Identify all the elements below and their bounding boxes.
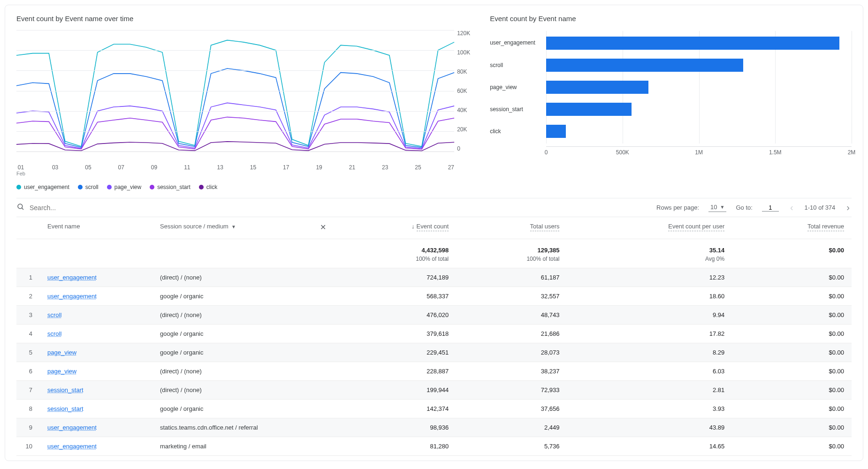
bar-row[interactable]: page_view [490, 78, 852, 97]
bar-row[interactable]: session_start [490, 100, 852, 119]
table-row[interactable]: 7session_start(direct) / (none)199,94472… [16, 381, 852, 400]
table-totals-row: 4,432,598 129,385 35.14 $0.00 [16, 239, 852, 256]
source-cell: google / organic [152, 287, 335, 306]
peruser-cell: 3.93 [567, 400, 732, 418]
revenue-cell: $0.00 [732, 381, 852, 400]
source-cell: (direct) / (none) [152, 362, 335, 381]
row-index: 6 [16, 362, 40, 381]
count-cell: 98,936 [335, 418, 456, 437]
line-chart-card: Event count by Event name over time 120K… [16, 15, 477, 190]
goto-input[interactable] [762, 204, 779, 212]
prev-page-button[interactable]: ‹ [788, 202, 795, 213]
search-input[interactable] [30, 204, 656, 212]
row-index: 9 [16, 418, 40, 437]
revenue-cell: $0.00 [732, 306, 852, 325]
event-link[interactable]: page_view [47, 349, 76, 356]
legend-item[interactable]: session_start [150, 184, 190, 190]
source-cell: google / organic [152, 343, 335, 362]
row-index: 3 [16, 306, 40, 325]
search-icon [16, 203, 25, 212]
users-cell: 28,073 [456, 343, 567, 362]
col-event-name[interactable]: Event name [40, 217, 152, 239]
table-row[interactable]: 8session_startgoogle / organic142,37437,… [16, 400, 852, 418]
bar-chart[interactable]: user_engagementscrollpage_viewsession_st… [490, 30, 852, 143]
row-index: 7 [16, 381, 40, 400]
goto-label: Go to: [736, 204, 752, 211]
chevron-down-icon: ▼ [720, 204, 725, 210]
legend-item[interactable]: click [199, 184, 217, 190]
table-totals-sub-row: 100% of total 100% of total Avg 0% [16, 256, 852, 268]
peruser-cell: 18.60 [567, 287, 732, 306]
count-cell: 724,189 [335, 268, 456, 287]
table-row[interactable]: 2user_engagementgoogle / organic568,3373… [16, 287, 852, 306]
table-row[interactable]: 1user_engagement(direct) / (none)724,189… [16, 268, 852, 287]
event-link[interactable]: session_start [47, 405, 84, 412]
table-row[interactable]: 5page_viewgoogle / organic229,45128,0738… [16, 343, 852, 362]
revenue-cell: $0.00 [732, 343, 852, 362]
peruser-cell: 8.29 [567, 343, 732, 362]
table-row[interactable]: 10user_engagementmarketing / email81,280… [16, 437, 852, 456]
row-index: 8 [16, 400, 40, 418]
source-cell: (direct) / (none) [152, 268, 335, 287]
chevron-down-icon: ▼ [231, 224, 236, 229]
count-cell: 142,374 [335, 400, 456, 418]
revenue-cell: $0.00 [732, 362, 852, 381]
pagination-summary: 1-10 of 374 [805, 204, 836, 211]
bar-row[interactable]: scroll [490, 56, 852, 75]
svg-point-0 [18, 204, 23, 209]
count-cell: 379,618 [335, 325, 456, 343]
line-chart-xaxis: 01Feb03050709111315171921232527 [16, 164, 454, 176]
source-cell: statics.teams.cdn.office.net / referral [152, 418, 335, 437]
peruser-cell: 12.23 [567, 268, 732, 287]
event-link[interactable]: page_view [47, 368, 76, 375]
event-link[interactable]: scroll [47, 311, 61, 318]
peruser-cell: 14.65 [567, 437, 732, 456]
table-row[interactable]: 4scrollgoogle / organic379,61821,68617.8… [16, 325, 852, 343]
line-chart-legend: user_engagementscrollpage_viewsession_st… [16, 184, 477, 190]
rows-per-page-select[interactable]: 10 ▼ [708, 204, 726, 212]
line-chart-yaxis: 120K100K80K60K40K20K0 [454, 30, 477, 152]
col-total-revenue[interactable]: Total revenue [732, 217, 852, 239]
col-total-users[interactable]: Total users [456, 217, 567, 239]
legend-item[interactable]: scroll [78, 184, 99, 190]
event-link[interactable]: user_engagement [47, 293, 97, 300]
source-cell: marketing / email [152, 437, 335, 456]
table-row[interactable]: 6page_view(direct) / (none)228,88738,237… [16, 362, 852, 381]
count-cell: 476,020 [335, 306, 456, 325]
line-chart-title: Event count by Event name over time [16, 15, 477, 23]
revenue-cell: $0.00 [732, 325, 852, 343]
event-link[interactable]: scroll [47, 330, 61, 337]
peruser-cell: 2.81 [567, 381, 732, 400]
col-event-count-per-user[interactable]: Event count per user [567, 217, 732, 239]
event-link[interactable]: user_engagement [47, 424, 97, 431]
next-page-button[interactable]: › [845, 202, 852, 213]
count-cell: 228,887 [335, 362, 456, 381]
table-row[interactable]: 3scroll(direct) / (none)476,02048,7439.9… [16, 306, 852, 325]
revenue-cell: $0.00 [732, 437, 852, 456]
users-cell: 38,237 [456, 362, 567, 381]
event-link[interactable]: user_engagement [47, 443, 97, 450]
count-cell: 199,944 [335, 381, 456, 400]
svg-line-1 [22, 208, 23, 210]
users-cell: 5,736 [456, 437, 567, 456]
legend-item[interactable]: page_view [107, 184, 141, 190]
peruser-cell: 17.82 [567, 325, 732, 343]
report-container: Event count by Event name over time 120K… [5, 5, 863, 461]
users-cell: 2,449 [456, 418, 567, 437]
sort-desc-icon: ↓ [411, 223, 415, 230]
event-link[interactable]: user_engagement [47, 274, 97, 281]
line-chart[interactable]: 120K100K80K60K40K20K0 [16, 30, 477, 161]
row-index: 1 [16, 268, 40, 287]
clear-dimension-button[interactable]: ✕ [313, 223, 333, 232]
row-index: 4 [16, 325, 40, 343]
legend-item[interactable]: user_engagement [16, 184, 69, 190]
count-cell: 81,280 [335, 437, 456, 456]
event-link[interactable]: session_start [47, 386, 84, 393]
table-row[interactable]: 9user_engagementstatics.teams.cdn.office… [16, 418, 852, 437]
col-source-medium[interactable]: Session source / medium▼ ✕ [152, 217, 335, 239]
bar-row[interactable]: user_engagement [490, 34, 852, 53]
users-cell: 37,656 [456, 400, 567, 418]
bar-row[interactable]: click [490, 122, 852, 141]
users-cell: 21,686 [456, 325, 567, 343]
col-event-count[interactable]: ↓Event count [335, 217, 456, 239]
